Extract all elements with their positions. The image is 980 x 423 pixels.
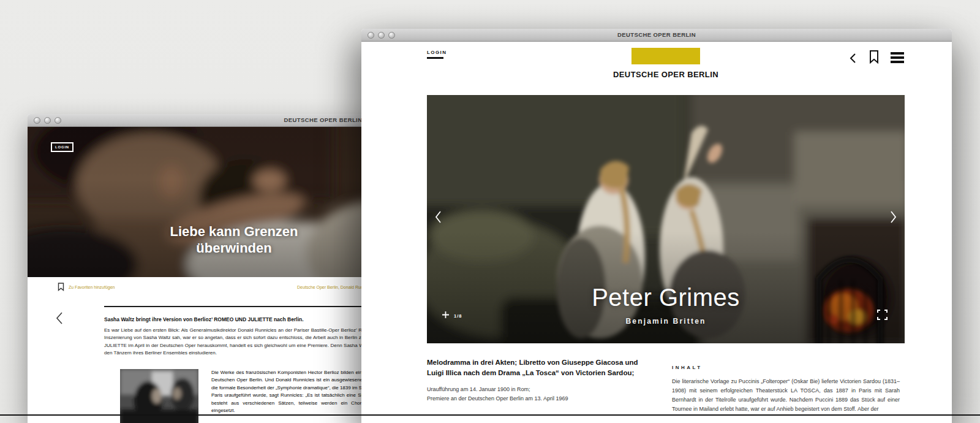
logo-yellow-mark — [631, 48, 700, 64]
screen-bottom-edge — [0, 414, 980, 416]
inhalt-label: INHALT — [672, 365, 900, 370]
premiere-line-2: Premiere an der Deutschen Oper Berlin am… — [427, 394, 641, 403]
production-title: Peter Grimes — [427, 284, 905, 311]
login-label: LOGIN — [427, 50, 447, 55]
back-chevron-icon[interactable] — [849, 53, 857, 66]
carousel-prev-icon[interactable] — [434, 210, 442, 226]
fullscreen-icon[interactable] — [877, 310, 888, 322]
production-hero-carousel: Peter Grimes Benjamin Britten 1/8 — [427, 95, 905, 343]
titlebar[interactable]: DEUTSCHE OPER BERLIN — [361, 29, 952, 42]
inhalt-text: Die literarische Vorlage zu Puccinis „Fo… — [672, 377, 900, 414]
add-to-favorites-link[interactable]: Zu Favoriten hinzufügen — [69, 285, 115, 289]
production-details: Melodramma in drei Akten; Libretto von G… — [427, 357, 641, 403]
login-badge[interactable]: LOGIN — [51, 142, 74, 152]
header-toolbar — [849, 49, 910, 66]
bookmark-icon[interactable] — [58, 283, 64, 294]
headline-line-2: überwinden — [196, 240, 271, 256]
premiere-line-1: Uraufführung am 14. Januar 1900 in Rom; — [427, 385, 641, 394]
browser-window-peter-grimes: DEUTSCHE OPER BERLIN LOGIN DEUTSCHE OPER… — [361, 29, 952, 423]
bookmark-icon[interactable] — [869, 50, 880, 67]
carousel-next-icon[interactable] — [889, 210, 897, 226]
inhalt-section: INHALT Die literarische Vorlage zu Pucci… — [672, 365, 900, 414]
composer-name: Benjamin Britten — [427, 317, 905, 326]
counter-value: 1/8 — [454, 313, 462, 319]
login-link[interactable]: LOGIN — [427, 50, 447, 59]
production-subtitle-heading: Melodramma in drei Akten; Libretto von G… — [427, 357, 641, 378]
window-title: DEUTSCHE OPER BERLIN — [361, 31, 952, 38]
plus-icon[interactable] — [442, 311, 450, 319]
premiere-meta: Uraufführung am 14. Januar 1900 in Rom; … — [427, 385, 641, 403]
menu-icon[interactable] — [891, 52, 904, 65]
desktop-background: DEUTSCHE OPER BERLIN — [0, 0, 980, 423]
brand-wordmark: DEUTSCHE OPER BERLIN — [605, 70, 727, 79]
image-counter[interactable]: 1/8 — [442, 311, 462, 319]
login-underline — [427, 57, 443, 59]
article-headline: Liebe kann Grenzen überwinden — [118, 223, 350, 256]
back-chevron-icon[interactable] — [55, 311, 64, 327]
site-logo[interactable]: DEUTSCHE OPER BERLIN — [605, 48, 727, 79]
headline-line-1: Liebe kann Grenzen — [170, 224, 298, 239]
